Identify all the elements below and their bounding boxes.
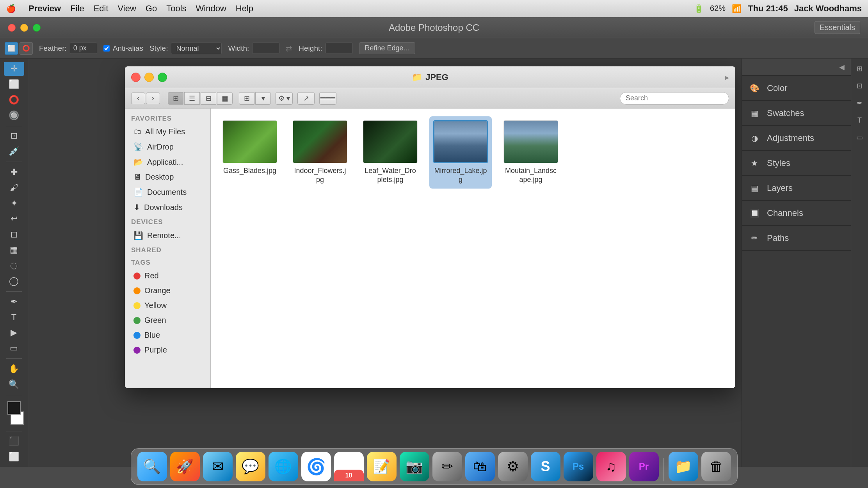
sidebar-item-desktop[interactable]: 🖥 Desktop: [127, 170, 208, 184]
panel-item-channels[interactable]: 🔲 Channels: [742, 201, 851, 226]
dock-notes[interactable]: 📝: [367, 452, 397, 481]
eraser-tool[interactable]: ◻: [4, 227, 24, 241]
feather-input[interactable]: [70, 43, 97, 54]
sidebar-item-documents[interactable]: 📄 Documents: [127, 185, 208, 199]
dock-itunes[interactable]: ♫: [596, 452, 626, 481]
sidebar-item-airdrop[interactable]: 📡 AirDrop: [127, 139, 208, 154]
dock-safari[interactable]: 🌐: [269, 452, 298, 481]
dock-calendar[interactable]: 10: [334, 452, 364, 481]
minimize-button[interactable]: [20, 24, 28, 32]
height-input[interactable]: [326, 43, 353, 54]
dock-launchpad[interactable]: 🚀: [170, 452, 200, 481]
panel-item-swatches[interactable]: ▦ Swatches: [742, 101, 851, 126]
path-select-tool[interactable]: ▶: [4, 326, 24, 340]
panel-tool-3[interactable]: ✒: [853, 96, 867, 110]
dock-pencil[interactable]: ✏: [432, 452, 462, 481]
panel-tool-5[interactable]: ▭: [853, 130, 867, 144]
type-tool[interactable]: T: [4, 310, 24, 324]
spot-heal-tool[interactable]: ✚: [4, 165, 24, 179]
dodge-tool[interactable]: ◯: [4, 274, 24, 288]
menu-go[interactable]: Go: [146, 4, 157, 14]
move-tool[interactable]: ✛: [4, 62, 24, 76]
dock-trash[interactable]: 🗑: [701, 452, 731, 481]
refine-edge-button[interactable]: Refine Edge...: [359, 42, 415, 54]
panel-collapse-button[interactable]: ◀: [742, 59, 851, 76]
sidebar-item-green[interactable]: Green: [127, 313, 208, 328]
menu-preview[interactable]: Preview: [28, 4, 61, 14]
menu-edit[interactable]: Edit: [94, 4, 108, 14]
panel-item-styles[interactable]: ★ Styles: [742, 151, 851, 176]
panel-item-layers[interactable]: ▤ Layers: [742, 176, 851, 201]
menu-view[interactable]: View: [118, 4, 136, 14]
dock-facetime[interactable]: 📷: [400, 452, 429, 481]
sidebar-item-purple[interactable]: Purple: [127, 343, 208, 357]
finder-forward-button[interactable]: ›: [146, 93, 160, 104]
dock-premiere[interactable]: Pr: [629, 452, 659, 481]
foreground-color[interactable]: [7, 401, 21, 415]
sort-dropdown-btn[interactable]: ▾: [255, 92, 271, 105]
dock-skype[interactable]: S: [531, 452, 560, 481]
finder-minimize-button[interactable]: [144, 73, 154, 82]
menu-help[interactable]: Help: [236, 4, 253, 14]
dock-files[interactable]: 📁: [669, 452, 698, 481]
finder-back-button[interactable]: ‹: [131, 93, 145, 104]
hand-tool[interactable]: ✋: [4, 362, 24, 376]
dock-messages[interactable]: 💬: [236, 452, 265, 481]
column-view-btn[interactable]: ⊟: [201, 92, 216, 105]
quick-select-tool[interactable]: 🔘: [4, 109, 24, 123]
view-options-button[interactable]: ═══: [319, 92, 336, 105]
panel-tool-1[interactable]: ⊞: [853, 62, 867, 76]
panel-item-paths[interactable]: ✏ Paths: [742, 226, 851, 251]
crop-tool[interactable]: ⊡: [4, 129, 24, 143]
finder-content[interactable]: Gass_Blades.jpg Indoor_Flowers.jpg: [211, 109, 735, 388]
finder-search-input[interactable]: [620, 92, 729, 105]
sidebar-item-applications[interactable]: 📂 Applicati...: [127, 155, 208, 169]
lasso-tool[interactable]: ⭕: [4, 93, 24, 107]
close-button[interactable]: [8, 24, 16, 32]
menu-window[interactable]: Window: [196, 4, 226, 14]
finder-maximize-button[interactable]: [158, 73, 167, 82]
file-item-mountain[interactable]: Moutain_Landscape.jpg: [500, 116, 562, 189]
elliptical-marquee-btn[interactable]: ⭕: [20, 42, 33, 55]
rectangular-marquee-btn[interactable]: ⬜: [5, 42, 18, 55]
file-item-flowers[interactable]: Indoor_Flowers.jpg: [289, 116, 351, 189]
zoom-tool[interactable]: 🔍: [4, 378, 24, 392]
sidebar-item-all-my-files[interactable]: 🗂 All My Files: [127, 125, 208, 139]
finder-collapse-btn[interactable]: ▸: [725, 73, 729, 82]
sidebar-item-remote[interactable]: 💾 Remote...: [127, 228, 208, 243]
gradient-tool[interactable]: ▦: [4, 243, 24, 257]
panel-tool-2[interactable]: ⊡: [853, 79, 867, 93]
sidebar-item-downloads[interactable]: ⬇ Downloads: [127, 200, 208, 215]
eyedropper-tool[interactable]: 💉: [4, 144, 24, 159]
blur-tool[interactable]: ◌: [4, 258, 24, 272]
menu-file[interactable]: File: [70, 4, 84, 14]
essentials-button[interactable]: Essentials: [815, 21, 860, 34]
share-button[interactable]: ↗: [297, 92, 315, 105]
sidebar-item-blue[interactable]: Blue: [127, 328, 208, 342]
pen-tool[interactable]: ✒: [4, 295, 24, 309]
canvas-area[interactable]: 📁 JPEG ▸ ‹ › ⊞ ☰ ⊟ ▦ ⊞ ▾: [28, 59, 742, 467]
dock-systemprefs[interactable]: ⚙: [498, 452, 528, 481]
swap-icon[interactable]: ⇄: [286, 44, 292, 53]
panel-item-adjustments[interactable]: ◑ Adjustments: [742, 126, 851, 151]
panel-tool-4[interactable]: T: [853, 113, 867, 127]
dock-mail[interactable]: ✉: [203, 452, 233, 481]
finder-close-button[interactable]: [131, 73, 141, 82]
shape-tool[interactable]: ▭: [4, 341, 24, 355]
apple-menu[interactable]: 🍎: [6, 4, 16, 13]
menu-tools[interactable]: Tools: [166, 4, 186, 14]
history-brush-tool[interactable]: ↩: [4, 212, 24, 226]
sort-btn[interactable]: ⊞: [239, 92, 254, 105]
sidebar-item-red[interactable]: Red: [127, 269, 208, 283]
sidebar-item-orange[interactable]: Orange: [127, 283, 208, 298]
style-select[interactable]: Normal Fixed Ratio Fixed Size: [171, 43, 222, 54]
brush-tool[interactable]: 🖌: [4, 181, 24, 195]
antialias-checkbox[interactable]: [103, 45, 110, 52]
sidebar-item-yellow[interactable]: Yellow: [127, 298, 208, 313]
list-view-btn[interactable]: ☰: [184, 92, 200, 105]
file-item-leaf[interactable]: Leaf_Water_Droplets.jpg: [359, 116, 422, 189]
file-item-lake[interactable]: Mirrored_Lake.jpg: [429, 116, 492, 189]
dock-chrome[interactable]: 🌀: [301, 452, 331, 481]
marquee-tool[interactable]: ⬜: [4, 77, 24, 91]
clone-stamp-tool[interactable]: ✦: [4, 196, 24, 210]
